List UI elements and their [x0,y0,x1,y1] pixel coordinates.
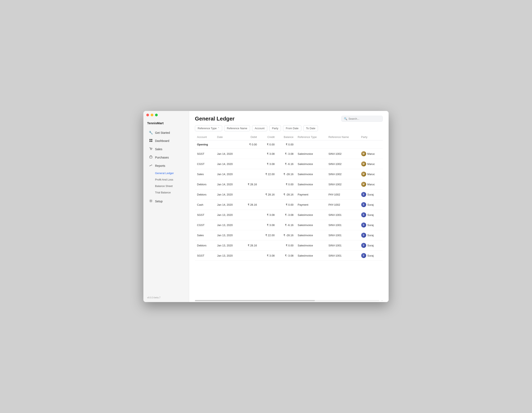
cell-ref-name: SINV-1001 [326,210,359,220]
col-credit: Credit [259,134,277,141]
cell-balance: ₹ -28.16 [277,230,295,240]
sidebar-sub-item-balance-sheet[interactable]: Balance Sheet [145,183,187,189]
cell-account: Opening [195,141,215,149]
cell-credit [259,179,277,189]
dashboard-icon [149,139,153,143]
cell-credit: ₹ 3.08 [259,210,277,220]
cell-party: M Maruc [359,159,383,169]
titlebar [143,111,389,119]
cell-date: Jan 14, 2020 [215,169,241,179]
cell-debit [241,210,259,220]
avatar: S [361,253,366,258]
sidebar-item-purchases[interactable]: Purchases [145,153,187,161]
sidebar-sub-label-profit-and-loss: Profit And Loss [155,178,173,181]
cell-account: CGST [195,220,215,230]
sidebar-item-reports[interactable]: Reports [145,162,187,170]
filter-to-date[interactable]: To Date [304,125,318,131]
table-row: Sales Jan 13, 2020 ₹ 22.00 ₹ -28.16 Sale… [195,230,383,240]
cell-account: Sales [195,169,215,179]
cell-date: Jan 14, 2020 [215,179,241,189]
close-dot[interactable] [146,114,149,116]
sidebar-sub-item-profit-and-loss[interactable]: Profit And Loss [145,177,187,183]
cell-balance: ₹ 0.00 [277,141,295,149]
main-content: General Ledger 🔍 Reference Type ⌃ Refere… [189,111,389,302]
cell-balance: ₹ -28.16 [277,169,295,179]
col-party: Party [359,134,383,141]
cell-credit: ₹ 3.08 [259,220,277,230]
cell-credit: ₹ 22.00 [259,230,277,240]
avatar: S [361,212,366,217]
avatar: M [361,151,366,156]
party-name: Maruc [367,183,375,186]
svg-rect-6 [150,156,152,158]
avatar: M [361,161,366,166]
cell-debit: ₹ 28.16 [241,179,259,189]
table-wrapper[interactable]: Account Date Debit Credit Balance Refere… [189,134,389,299]
cell-account: Sales [195,230,215,240]
sidebar-label-reports: Reports [155,164,165,168]
party-cell: M Maruc [361,151,381,156]
party-cell: S Suraj [361,202,381,207]
scrollbar-row: – [189,299,389,302]
filter-party[interactable]: Party [269,125,281,131]
cell-ref-name: SINV-1001 [326,240,359,251]
party-name: Suraj [367,213,374,216]
cell-ref-type: SalesInvoice [295,230,326,240]
cell-date: Jan 14, 2020 [215,200,241,210]
cell-date: Jan 13, 2020 [215,220,241,230]
avatar: M [361,172,366,177]
caret-icon: ⌃ [218,127,219,130]
cell-party: S Suraj [359,210,383,220]
col-balance: Balance [277,134,295,141]
filter-from-date[interactable]: From Date [283,125,301,131]
sidebar-item-dashboard[interactable]: Dashboard [145,137,187,145]
cell-balance: ₹ -6.16 [277,159,295,169]
cell-ref-name: SINV-1001 [326,230,359,240]
cell-credit: ₹ 28.16 [259,189,277,200]
avatar: S [361,202,366,207]
sidebar-item-get-started[interactable]: 🔧 Get Started [145,129,187,136]
minimize-dot[interactable] [151,114,153,116]
reports-icon [149,164,153,168]
sidebar-sub-item-trial-balance[interactable]: Trial Balance [145,189,187,196]
cell-debit [241,159,259,169]
sidebar-item-setup[interactable]: Setup [145,197,187,205]
sidebar-sub-item-general-ledger[interactable]: General Ledger [145,170,187,176]
sidebar-label-setup: Setup [155,200,163,203]
filter-reference-name[interactable]: Reference Name [224,125,250,131]
svg-rect-2 [149,141,151,142]
scroll-end-indicator: – [381,299,383,302]
party-name: Maruc [367,162,375,166]
cell-balance: ₹ -28.16 [277,189,295,200]
table-row: Cash Jan 14, 2020 ₹ 28.16 ₹ 0.00 Payment… [195,200,383,210]
scrollbar-thumb[interactable] [195,300,315,301]
cell-date: Jan 14, 2020 [215,189,241,200]
cell-balance: ₹ 0.00 [277,240,295,251]
table-row: SGST Jan 13, 2020 ₹ 3.08 ₹ -3.08 SalesIn… [195,251,383,261]
col-reference-type: Reference Type [295,134,326,141]
sidebar-label-get-started: Get Started [155,131,170,134]
cell-ref-name [326,141,359,149]
cell-balance: ₹ -3.08 [277,149,295,159]
cell-debit [241,220,259,230]
cell-credit: ₹ 3.08 [259,251,277,261]
cell-date: Jan 13, 2020 [215,240,241,251]
svg-point-4 [151,150,151,150]
scrollbar-track[interactable] [195,300,379,301]
filter-account[interactable]: Account [252,125,267,131]
brand-name: TennisMart [143,121,189,129]
cell-ref-type: SalesInvoice [295,240,326,251]
cell-account: SGST [195,251,215,261]
sidebar-label-sales: Sales [155,148,162,151]
maximize-dot[interactable] [155,114,158,116]
cell-date: Jan 13, 2020 [215,251,241,261]
col-date: Date [215,134,241,141]
cell-ref-name: SINV-1002 [326,179,359,189]
sidebar-item-sales[interactable]: Sales [145,145,187,153]
cell-debit [241,189,259,200]
party-name: Suraj [367,224,374,227]
cell-date [215,141,241,149]
filter-reference-type[interactable]: Reference Type ⌃ [195,125,222,131]
cell-credit: ₹ 0.00 [259,141,277,149]
cell-ref-name: SINV-1002 [326,149,359,159]
